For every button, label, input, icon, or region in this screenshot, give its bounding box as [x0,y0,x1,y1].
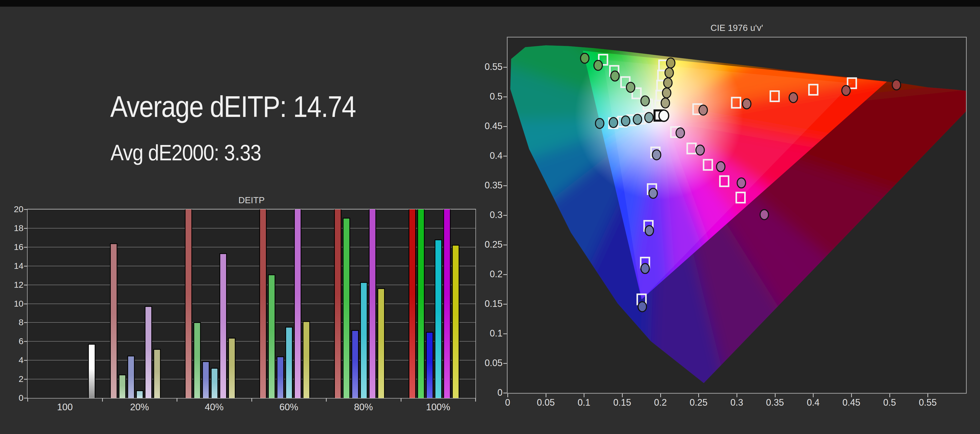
cie-xtick-label: 0.35 [755,397,795,408]
cie-xtick-label: 0.4 [793,397,834,408]
blue-saturation-sweep-measured [641,263,649,273]
bar-chart-bar [136,390,143,398]
cie-ytick-label: 0.1 [474,329,503,338]
bar-chart-xtick-label: 80% [340,402,387,412]
cie-ytick-label: 0.35 [474,181,503,190]
bar-chart-xtick-dash [102,398,103,402]
cie-ytick-label: 0.05 [474,359,503,367]
cie-xtick-dash [775,394,776,397]
bar-chart-bar [202,361,210,398]
magenta-saturation-sweep-measured [696,145,704,155]
bar-chart-bar [110,243,118,398]
cie-ytick-label: 0 [474,388,503,397]
cie-xtick-dash [928,394,928,397]
bar-chart-gridline [27,341,476,341]
red-saturation-sweep-measured [892,80,900,90]
green-saturation-sweep-measured [594,61,602,70]
cie-xtick-dash [660,394,661,397]
bar-chart-bar [434,239,442,398]
bar-chart-title: DEITP [27,195,476,205]
bar-chart-ytick-dash [24,341,27,342]
cie-xtick-dash [698,394,699,397]
bar-chart-xtick-dash [475,398,476,402]
cie-xtick-dash [546,394,546,397]
bar-chart-bar [285,327,293,398]
bar-chart-ytick-dash [24,303,27,304]
bar-chart-bar [259,209,267,398]
bar-chart-ytick-dash [24,360,27,361]
cie-xtick-dash [508,394,508,397]
cie-ytick-label: 0.25 [474,240,503,249]
bar-chart-xtick-dash [177,398,177,402]
cie-ytick-dash [503,333,507,334]
bar-chart-bar [193,322,201,398]
cie-ytick-dash [503,67,507,68]
bar-chart-ytick-label: 4 [5,356,24,364]
bar-chart-ytick-label: 8 [5,318,24,327]
bar-chart-bar [153,349,161,398]
bar-chart-bar [334,209,342,398]
calibration-report: Average dEITP: 14.74 Avg dE2000: 3.33 DE… [0,0,980,434]
bar-chart-gridline [27,228,476,228]
magenta-saturation-sweep-measured [760,210,768,220]
cie-xtick-label: 0.2 [640,397,681,408]
green-saturation-sweep-measured [611,71,619,81]
bar-chart-bar [343,218,350,398]
magenta-saturation-sweep-measured [676,128,684,138]
bar-chart-xtick-dash [251,398,252,402]
cie-gamut-canvas [508,38,966,393]
white-point-measured [659,110,669,121]
cie-xtick-dash [737,394,737,397]
bar-chart-xtick-label: 60% [266,402,312,412]
red-saturation-sweep-measured [742,99,751,109]
cie-xtick-label: 0.3 [716,397,757,408]
top-black-strip [0,0,980,6]
red-saturation-sweep-measured [699,105,708,115]
bar-chart-ytick-dash [24,398,27,399]
green-saturation-sweep-measured [641,96,649,106]
bar-chart-bar [409,209,416,398]
magenta-saturation-sweep-measured [717,161,725,172]
bar-chart-bar [127,356,135,398]
cie-ytick-dash [503,393,507,393]
bar-chart-bar [220,253,227,398]
cie-1976-diagram-plot [508,38,966,393]
bar-chart-bar [228,338,235,398]
bar-chart-xtick-dash [326,398,327,402]
bar-chart-ytick-dash [24,209,27,210]
cie-ytick-label: 0.2 [474,270,503,279]
cie-xtick-dash [813,394,814,397]
bar-chart-xtick-label: 20% [117,402,162,412]
bar-chart-ytick-dash [24,247,27,247]
bar-chart-bar [417,209,425,398]
cyan-saturation-sweep-measured [595,118,604,128]
bar-chart-gridline [27,285,476,285]
bar-chart-bar [88,344,95,398]
cie-ytick-dash [503,215,507,216]
cie-ytick-dash [503,363,507,364]
blue-saturation-sweep-measured [645,226,654,236]
bar-chart-ytick-dash [24,228,27,229]
bar-chart-bar [360,282,368,398]
bar-chart-ytick-label: 2 [5,375,24,383]
cie-ytick-dash [503,244,507,245]
bar-chart-ytick-label: 6 [5,337,24,345]
cyan-saturation-sweep-measured [633,114,641,124]
bar-chart-bar [377,288,385,398]
cie-xtick-label: 0.45 [831,397,872,408]
cie-xtick-dash [622,394,623,397]
cie-ytick-dash [503,304,507,305]
cie-xtick-dash [889,394,890,397]
bar-chart-bar [145,306,152,398]
cie-ytick-label: 0.45 [474,122,503,131]
bar-chart-gridline [27,266,476,266]
bar-chart-xtick-label: 100% [415,402,461,412]
blue-saturation-sweep-measured [649,188,657,198]
bar-chart-xtick-label: 100 [42,402,88,412]
cie-ytick-dash [503,274,507,275]
cie-xtick-label: 0.55 [907,397,948,408]
bar-chart-bar [452,245,460,398]
cie-ytick-label: 0.55 [474,62,503,71]
bar-chart-bar [185,209,192,398]
bar-chart-ytick-dash [24,285,27,286]
